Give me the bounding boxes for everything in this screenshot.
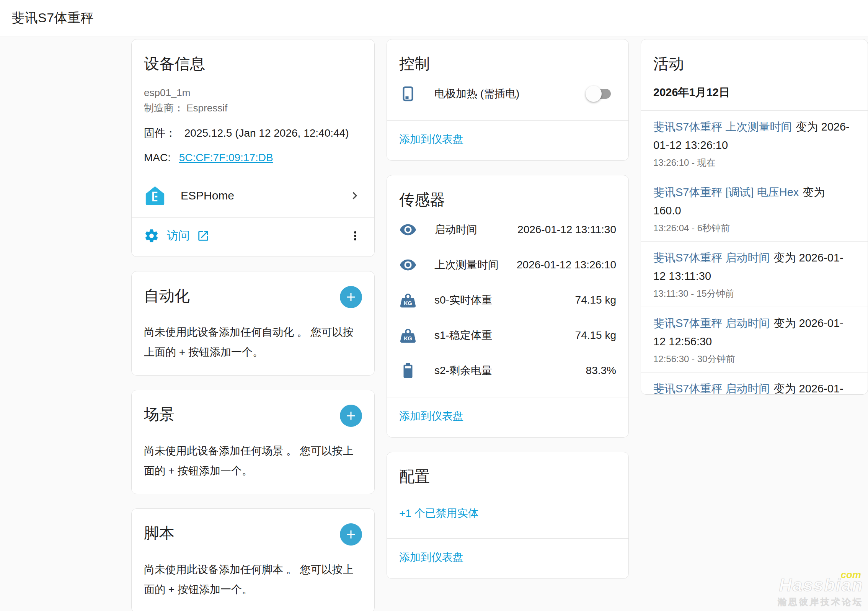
add-to-dashboard-link[interactable]: 添加到仪表盘	[399, 133, 463, 145]
scripts-empty-text: 尚未使用此设备添加任何脚本 。 您可以按上面的 + 按钮添加一个。	[144, 560, 362, 600]
manufacturer-value: Espressif	[186, 102, 227, 114]
scale-device-icon	[399, 85, 417, 103]
controls-title: 控制	[399, 53, 616, 74]
device-info-card: 设备信息 esp01_1m 制造商： Espressif 固件： 2025.12…	[131, 39, 375, 257]
sensor-value: 74.15 kg	[575, 329, 616, 341]
control-row-heater[interactable]: 电极加热 (需插电)	[399, 85, 616, 103]
sensor-value: 83.3%	[586, 364, 616, 377]
firmware-value: 2025.12.5 (Jan 12 2026, 12:40:44)	[184, 127, 349, 139]
device-model: esp01_1m	[144, 85, 362, 100]
sensor-name: s2-剩余电量	[434, 363, 586, 378]
logbook-entry: 斐讯S7体重秤 上次测量时间变为 2026-01-12 13:26:10 13:…	[641, 110, 868, 176]
automations-card: 自动化 尚未使用此设备添加任何自动化 。 您可以按上面的 + 按钮添加一个。	[131, 271, 375, 376]
integration-row-esphome[interactable]: ESPHome	[144, 175, 362, 217]
mac-address-link[interactable]: 5C:CF:7F:09:17:DB	[179, 152, 273, 163]
logbook-time: 13:11:30 - 15分钟前	[653, 288, 855, 300]
logbook-entry: 斐讯S7体重秤 启动时间变为 2026-01-12 13:11:30 13:11…	[641, 241, 868, 307]
add-to-dashboard-link[interactable]: 添加到仪表盘	[399, 551, 463, 563]
sensor-value: 2026-01-12 13:11:30	[517, 224, 616, 236]
app-header: 斐讯S7体重秤	[0, 0, 868, 36]
add-to-dashboard-link[interactable]: 添加到仪表盘	[399, 410, 463, 422]
weight-kilogram-icon: KG	[399, 327, 417, 344]
page-title: 斐讯S7体重秤	[11, 9, 94, 27]
heater-label: 电极加热 (需插电)	[434, 87, 588, 101]
config-card: 配置 +1 个已禁用实体 添加到仪表盘	[387, 452, 629, 579]
middle-column: 控制 电极加热 (需插电) 添加到仪表盘 传感器 启动时间	[387, 39, 629, 593]
battery-icon	[399, 362, 417, 379]
config-title: 配置	[399, 466, 616, 487]
kebab-menu-button[interactable]	[348, 229, 362, 243]
eye-icon	[399, 221, 417, 239]
manufacturer-label: 制造商：	[144, 102, 184, 114]
logbook-entry: 斐讯S7体重秤 启动时间变为 2026-01-12 12:49:23 12:49…	[641, 372, 868, 395]
sensor-row[interactable]: s2-剩余电量 83.3%	[399, 362, 616, 379]
automations-empty-text: 尚未使用此设备添加任何自动化 。 您可以按上面的 + 按钮添加一个。	[144, 322, 362, 362]
device-info-title: 设备信息	[144, 53, 362, 74]
mac-label: MAC:	[144, 152, 171, 163]
sensor-name: 上次测量时间	[434, 258, 517, 272]
add-script-button[interactable]	[340, 523, 362, 546]
add-automation-button[interactable]	[340, 286, 362, 308]
device-mac: MAC: 5C:CF:7F:09:17:DB	[144, 150, 362, 165]
open-in-new-icon	[197, 229, 210, 242]
chevron-right-icon	[348, 188, 362, 203]
logbook-entity-link[interactable]: 斐讯S7体重秤 上次测量时间	[653, 121, 792, 133]
scenes-empty-text: 尚未使用此设备添加任何场景 。 您可以按上面的 + 按钮添加一个。	[144, 441, 362, 481]
toggle-thumb	[586, 86, 602, 102]
eye-icon	[399, 256, 417, 274]
device-page: 设备信息 esp01_1m 制造商： Espressif 固件： 2025.12…	[0, 36, 868, 611]
sensor-name: s1-稳定体重	[434, 328, 575, 343]
svg-text:KG: KG	[404, 335, 412, 341]
logbook-title: 活动	[653, 53, 855, 74]
sensors-card: 传感器 启动时间 2026-01-12 13:11:30 上次测量时间 2026…	[387, 175, 629, 438]
device-actions-row: 访问	[144, 218, 362, 247]
logbook-time: 13:26:04 - 6秒钟前	[653, 222, 855, 234]
plus-icon	[344, 409, 358, 423]
visit-label: 访问	[167, 228, 190, 243]
scenes-card: 场景 尚未使用此设备添加任何场景 。 您可以按上面的 + 按钮添加一个。	[131, 390, 375, 494]
svg-text:KG: KG	[404, 300, 412, 306]
firmware-label: 固件：	[144, 127, 176, 139]
gear-icon	[144, 228, 159, 243]
scenes-title: 场景	[144, 404, 175, 425]
disabled-entities-link[interactable]: +1 个已禁用实体	[399, 507, 479, 519]
esphome-logo-icon	[144, 185, 166, 207]
device-manufacturer: 制造商： Espressif	[144, 100, 362, 116]
logbook-entity-link[interactable]: 斐讯S7体重秤 启动时间	[653, 252, 770, 264]
add-scene-button[interactable]	[340, 405, 362, 427]
scripts-title: 脚本	[144, 523, 175, 544]
controls-card: 控制 电极加热 (需插电) 添加到仪表盘	[387, 39, 629, 161]
sensor-name: 启动时间	[434, 222, 517, 237]
visit-device-link[interactable]: 访问	[144, 228, 210, 243]
plus-icon	[344, 528, 358, 541]
heater-toggle[interactable]	[588, 89, 611, 99]
device-firmware: 固件： 2025.12.5 (Jan 12 2026, 12:40:44)	[144, 126, 362, 141]
logbook-entity-link[interactable]: 斐讯S7体重秤 [调试] 电压Hex	[653, 186, 799, 198]
left-column: 设备信息 esp01_1m 制造商： Espressif 固件： 2025.12…	[131, 39, 375, 611]
logbook-entity-link[interactable]: 斐讯S7体重秤 启动时间	[653, 382, 770, 395]
logbook-date: 2026年1月12日	[653, 85, 855, 100]
sensor-row[interactable]: 启动时间 2026-01-12 13:11:30	[399, 221, 616, 239]
logbook-entry: 斐讯S7体重秤 启动时间变为 2026-01-12 12:56:30 12:56…	[641, 307, 868, 372]
logbook-time: 13:26:10 - 现在	[653, 157, 855, 169]
logbook-card: 活动 2026年1月12日 斐讯S7体重秤 上次测量时间变为 2026-01-1…	[641, 39, 868, 395]
logbook-entity-link[interactable]: 斐讯S7体重秤 启动时间	[653, 317, 770, 329]
sensor-row[interactable]: KG s1-稳定体重 74.15 kg	[399, 327, 616, 344]
sensors-title: 传感器	[399, 189, 616, 210]
logbook-time: 12:56:30 - 30分钟前	[653, 353, 855, 365]
sensor-name: s0-实时体重	[434, 293, 575, 307]
plus-icon	[344, 290, 358, 304]
sensor-value: 74.15 kg	[575, 294, 616, 306]
logbook-entry: 斐讯S7体重秤 [调试] 电压Hex变为 160.0 13:26:04 - 6秒…	[641, 176, 868, 241]
scripts-card: 脚本 尚未使用此设备添加任何脚本 。 您可以按上面的 + 按钮添加一个。	[131, 508, 375, 611]
sensor-row[interactable]: 上次测量时间 2026-01-12 13:26:10	[399, 256, 616, 274]
sensor-value: 2026-01-12 13:26:10	[517, 259, 616, 271]
right-column: 活动 2026年1月12日 斐讯S7体重秤 上次测量时间变为 2026-01-1…	[641, 39, 868, 409]
automations-title: 自动化	[144, 285, 190, 306]
sensor-row[interactable]: KG s0-实时体重 74.15 kg	[399, 291, 616, 309]
integration-name: ESPHome	[181, 189, 348, 202]
weight-kilogram-icon: KG	[399, 291, 417, 309]
